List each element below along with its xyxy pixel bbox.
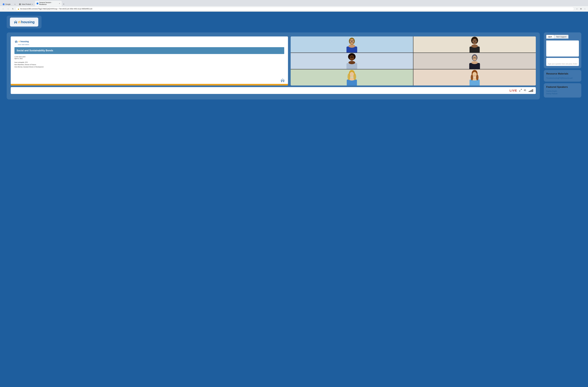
video-cell-1 (291, 36, 413, 52)
slide-event: Lunch and Learn (15, 56, 284, 57)
person-silhouette-4 (468, 53, 481, 69)
svg-point-42 (476, 74, 479, 80)
speaker-sophia-link[interactable]: Sophia Duplin (546, 90, 579, 92)
qa-tabs: Q&A Tech Support (546, 35, 579, 39)
svg-line-43 (521, 89, 522, 90)
featured-speakers-card: Featured Speakers Sophia Duplin Donny Pa… (544, 83, 581, 98)
featured-speakers-title: Featured Speakers (546, 86, 579, 89)
video-grid (291, 36, 536, 86)
svg-point-9 (349, 45, 355, 48)
qa-tab-tech[interactable]: Tech Support (554, 35, 568, 39)
browser-tab-bar: Google × View Product × General Session … (0, 0, 588, 6)
tab-google-label: Google (5, 3, 11, 5)
right-panel: Q&A Tech Support Type your question here… (544, 32, 581, 99)
slide-logo-ri: ri (19, 40, 20, 43)
nav-icons-group: ☆ ⚙ ⋮ (575, 7, 587, 11)
tab-session-label: General Session - Resilience (39, 2, 58, 5)
more-options-icon[interactable]: ⋮ (583, 7, 587, 11)
signal-bar-4 (531, 90, 532, 92)
slide-area: rihousing Invest. Build. Believe. Social… (11, 36, 288, 86)
video-person-3 (291, 53, 413, 69)
extensions-icon[interactable]: ⚙ (579, 7, 583, 11)
tab-google-close[interactable]: × (15, 3, 16, 5)
video-person-6 (413, 69, 536, 86)
logo-housing: housing (21, 20, 35, 24)
bookmark-icon[interactable]: ☆ (575, 7, 579, 11)
video-person-1 (291, 36, 413, 52)
slide-date: April 8, 2021 (15, 58, 284, 59)
signal-bar-2 (530, 91, 530, 92)
svg-point-32 (350, 72, 354, 77)
forward-button[interactable]: → (6, 7, 10, 11)
tab-view-close[interactable]: × (32, 3, 33, 5)
svg-point-23 (349, 61, 355, 64)
svg-rect-5 (282, 81, 283, 82)
back-button[interactable]: ← (1, 7, 5, 11)
video-cell-3 (291, 53, 413, 69)
slide-rih-icon (280, 78, 285, 82)
svg-point-21 (350, 55, 354, 61)
session-favicon (37, 2, 39, 4)
presentation-footer: LIVE (11, 87, 536, 94)
tab-view-product[interactable]: View Product × (17, 2, 35, 6)
new-tab-button[interactable]: + (62, 2, 66, 6)
tab-view-label: View Product (22, 3, 31, 5)
google-favicon (3, 3, 4, 5)
signal-bar-1 (529, 91, 529, 92)
slide-bottom-bar (11, 84, 288, 86)
slide-title-box: Social and Sustainability Bonds (15, 47, 284, 54)
person-silhouette-2 (468, 36, 481, 52)
address-text: live.beacon360.com/ses/70gy2-HbbSJytQViA… (20, 8, 92, 10)
tab-session[interactable]: General Session - Resilience × (35, 1, 62, 6)
view-product-favicon (19, 3, 21, 5)
svg-point-16 (471, 45, 478, 48)
video-person-2 (413, 36, 536, 52)
svg-point-38 (472, 72, 477, 77)
person-silhouette-5 (345, 69, 358, 86)
video-cell-5 (291, 69, 413, 86)
person-silhouette-6 (468, 69, 481, 86)
audio-icon[interactable] (524, 89, 527, 92)
qa-input-area[interactable]: Type your question here and press 'Enter… (546, 58, 579, 66)
main-layout: rihousing Invest. Build. Believe. Social… (7, 32, 581, 99)
signal-bar-5 (532, 89, 533, 92)
slide-presenters: Kara Lachapelle, CFO Berni MacArthur, Di… (15, 61, 284, 68)
signal-bar-3 (531, 90, 531, 92)
svg-point-36 (354, 73, 356, 80)
svg-point-35 (348, 73, 350, 80)
slide-logo-housing: housing (21, 40, 29, 43)
speaker-donny-link[interactable]: Donny Pattullo (546, 92, 579, 95)
fullscreen-icon[interactable] (519, 89, 522, 92)
resource-materials-card: Resource Materials TroubleshootingFAQRes… (544, 70, 581, 82)
tab-google[interactable]: Google × (1, 2, 17, 6)
person-silhouette-3 (345, 53, 358, 69)
presentation-panel: rihousing Invest. Build. Believe. Social… (7, 32, 540, 99)
house-icon (14, 21, 18, 24)
resource-pdf-link[interactable]: TroubleshootingFAQResource.pdf (546, 77, 572, 79)
video-cell-6 (413, 69, 536, 86)
signal-bars (529, 89, 533, 92)
svg-rect-3 (16, 42, 17, 43)
video-person-4 (413, 53, 536, 69)
reload-button[interactable]: ↻ (11, 7, 15, 11)
svg-marker-45 (524, 89, 525, 91)
video-cell-4 (413, 53, 536, 69)
tab-session-close[interactable]: × (59, 2, 60, 4)
svg-point-25 (472, 55, 477, 61)
video-person-5 (291, 69, 413, 86)
slide-rih-watermark (280, 78, 285, 83)
slide-title: Social and Sustainability Bonds (17, 49, 282, 52)
logo-ri: ri (18, 20, 21, 24)
presenter-3: Anne Berman, Assistant Director of Devel… (15, 66, 284, 68)
qa-input-placeholder: Type your question here and press 'Enter… (548, 63, 578, 65)
browser-nav-bar: ← → ↻ 🔒 live.beacon360.com/ses/70gy2-Hbb… (0, 6, 588, 12)
page-content: rihousing rihousing Invest. Build (0, 12, 588, 387)
browser-chrome: Google × View Product × General Session … (0, 0, 588, 12)
secure-lock-icon: 🔒 (18, 8, 20, 10)
address-bar[interactable]: 🔒 live.beacon360.com/ses/70gy2-HbbSJytQV… (16, 7, 574, 11)
qa-tab-qa[interactable]: Q&A (546, 35, 554, 39)
svg-line-44 (520, 91, 520, 91)
resource-materials-title: Resource Materials (546, 72, 579, 75)
qa-content-area (546, 41, 579, 57)
person-silhouette-1 (345, 36, 358, 52)
